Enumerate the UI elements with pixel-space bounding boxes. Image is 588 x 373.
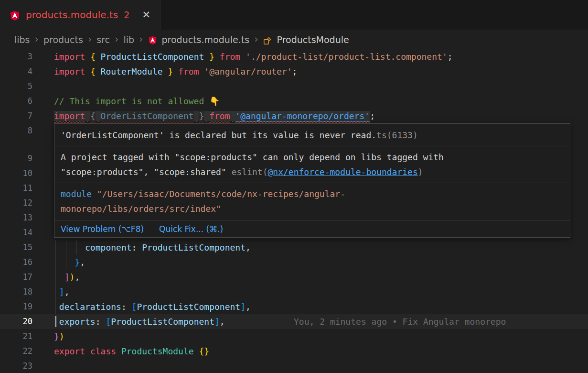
eslint-error-line2: "scope:products", "scope:shared" eslint(…	[61, 165, 564, 179]
code-line-19[interactable]: 19 declarations: [ProductListComponent],	[0, 299, 588, 314]
view-problem-button[interactable]: View Problem (⌥F8)	[61, 224, 144, 234]
tab-title: products.module.ts	[26, 9, 118, 21]
chevron-right-icon: ›	[35, 34, 39, 44]
eslint-error-line2-text: "scope:products", "scope:shared"	[61, 167, 232, 177]
tab-products-module[interactable]: products.module.ts 2 ✕	[0, 0, 160, 30]
text-cursor	[55, 316, 56, 327]
module-keyword: module	[61, 189, 92, 199]
ts-error-message: 'OrderListComponent' is declared but its…	[61, 128, 376, 143]
breadcrumb-item-lib[interactable]: lib	[123, 34, 134, 45]
line-number: 8	[0, 123, 32, 138]
module-path-line1: module "/Users/isaac/Documents/code/nx-r…	[61, 186, 564, 201]
code-text: exports: [ProductListComponent],	[54, 314, 225, 329]
code-line-4[interactable]: 4import { RouterModule } from '@angular/…	[0, 64, 588, 79]
code-line-3[interactable]: 3import { ProductListComponent } from '.…	[0, 49, 588, 64]
close-icon[interactable]: ✕	[142, 9, 150, 21]
line-number: 14	[0, 225, 32, 240]
ts-error-code: ts(6133)	[376, 128, 418, 143]
hover-eslint-error-section: A project tagged with "scope:products" c…	[54, 146, 570, 183]
module-path-part2: monorepo/libs/orders/src/index"	[61, 204, 221, 214]
line-number: 15	[0, 240, 32, 255]
breadcrumb-file[interactable]: products.module.ts	[162, 34, 250, 45]
hover-actions-bar: View Problem (⌥F8) Quick Fix... (⌘.)	[54, 220, 570, 237]
code-text: })	[54, 329, 64, 344]
hover-ts-error-section: 'OrderListComponent' is declared but its…	[54, 124, 570, 146]
line-number: 22	[0, 344, 32, 359]
angular-icon	[10, 11, 20, 21]
editor[interactable]: 'OrderListComponent' is declared but its…	[0, 49, 588, 373]
breadcrumb-item-libs[interactable]: libs	[14, 34, 30, 45]
line-number: 19	[0, 299, 32, 314]
angular-file-icon	[148, 36, 157, 45]
line-number: 13	[0, 210, 32, 225]
breadcrumb-symbol[interactable]: ProductsModule	[277, 34, 349, 45]
code-line-17[interactable]: 17 ]),	[0, 270, 588, 285]
code-line-18[interactable]: 18 ],	[0, 285, 588, 299]
code-line-22[interactable]: 22export class ProductsModule {}	[0, 344, 588, 359]
breadcrumb: libs › products › src › lib › products.m…	[0, 30, 588, 49]
line-number: 17	[0, 270, 32, 285]
breadcrumb-item-src[interactable]: src	[96, 34, 110, 45]
code-text: export class ProductsModule {}	[54, 344, 209, 359]
line-number: 6	[0, 94, 32, 109]
code-line-7[interactable]: 7import { OrderListComponent } from '@an…	[0, 109, 588, 123]
eslint-source-open: eslint(	[232, 167, 268, 177]
line-number: 3	[0, 49, 32, 64]
line-number: 10	[0, 166, 32, 181]
code-text: import { OrderListComponent } from '@ang…	[54, 109, 375, 123]
symbol-class-icon	[263, 36, 272, 45]
module-path-part1: "/Users/isaac/Documents/code/nx-recipes/…	[92, 189, 345, 199]
quick-fix-button[interactable]: Quick Fix... (⌘.)	[159, 224, 223, 234]
line-number: 7	[0, 109, 32, 123]
eslint-rule-link[interactable]: @nx/enforce-module-boundaries	[267, 167, 417, 177]
code-line-21[interactable]: 21})	[0, 329, 588, 344]
code-text: },	[54, 255, 85, 270]
code-line-16[interactable]: 16 },	[0, 255, 588, 270]
chevron-right-icon: ›	[254, 34, 258, 44]
line-number: 12	[0, 196, 32, 210]
code-text: ],	[54, 285, 70, 299]
hover-module-info-section: module "/Users/isaac/Documents/code/nx-r…	[54, 183, 570, 220]
code-text: component: ProductListComponent,	[54, 240, 251, 255]
line-number: 20	[0, 314, 32, 329]
code-text: ]),	[54, 270, 80, 285]
line-number: 5	[0, 79, 32, 94]
code-line-23[interactable]: 23	[0, 359, 588, 373]
line-number: 9	[0, 151, 32, 166]
eslint-error-line1: A project tagged with "scope:products" c…	[61, 150, 564, 165]
line-number: 18	[0, 285, 32, 299]
tab-bar: products.module.ts 2 ✕	[0, 0, 588, 30]
vscode-window: products.module.ts 2 ✕ libs › products ›…	[0, 0, 588, 373]
code-text: // This import is not allowed 👇	[54, 94, 220, 109]
code-text: import { RouterModule } from '@angular/r…	[54, 64, 297, 79]
chevron-right-icon: ›	[88, 34, 92, 44]
code-line-5[interactable]: 5	[0, 79, 588, 94]
chevron-right-icon: ›	[115, 34, 118, 44]
code-line-15[interactable]: 15 component: ProductListComponent,	[0, 240, 588, 255]
code-line-20[interactable]: 20 exports: [ProductListComponent],You, …	[0, 314, 588, 329]
git-blame-annotation: You, 2 minutes ago • Fix Angular monorep…	[294, 314, 506, 329]
problem-hover-popup: 'OrderListComponent' is declared but its…	[54, 123, 570, 238]
module-path-line2: monorepo/libs/orders/src/index"	[61, 201, 564, 216]
code-text: declarations: [ProductListComponent],	[54, 299, 251, 314]
chevron-right-icon: ›	[139, 34, 143, 44]
line-number: 21	[0, 329, 32, 344]
breadcrumb-item-products[interactable]: products	[43, 34, 83, 45]
line-number: 11	[0, 181, 32, 196]
line-number: 16	[0, 255, 32, 270]
line-number: 4	[0, 64, 32, 79]
code-line-6[interactable]: 6// This import is not allowed 👇	[0, 94, 588, 109]
line-number: 23	[0, 359, 32, 373]
eslint-source-close: )	[418, 167, 423, 177]
tab-problem-count: 2	[124, 10, 129, 20]
code-text: import { ProductListComponent } from './…	[54, 49, 453, 64]
